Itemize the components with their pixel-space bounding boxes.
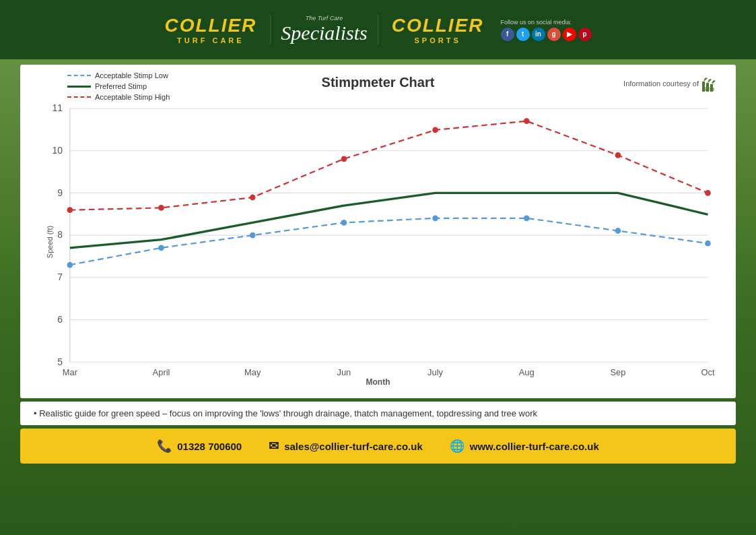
svg-text:Mar: Mar — [63, 367, 78, 377]
y-axis-label: Speed (ft) — [46, 226, 54, 258]
dot-high-april — [158, 205, 164, 211]
dot-high-aug — [524, 118, 530, 124]
svg-text:7: 7 — [57, 272, 63, 282]
collier-turf-care-logo: COLLIER TURF CARE — [164, 15, 256, 44]
dot-low-jun — [341, 220, 347, 226]
footer-website[interactable]: 🌐 www.collier-turf-care.co.uk — [450, 439, 599, 453]
collier-turf-label: COLLIER — [164, 15, 256, 36]
svg-text:8: 8 — [57, 229, 63, 240]
svg-text:5: 5 — [57, 356, 63, 367]
x-axis-label: Month — [366, 377, 390, 387]
phone-number: 01328 700600 — [177, 441, 242, 452]
footer-phone[interactable]: 📞 01328 700600 — [157, 439, 242, 453]
facebook-icon[interactable]: f — [501, 28, 514, 41]
dot-low-mar — [67, 262, 73, 268]
turf-care-small: The Turf Care — [306, 15, 343, 22]
dot-low-oct — [705, 241, 711, 247]
dot-high-may — [250, 195, 256, 201]
collier-sports-logo: COLLIER SPORTS — [392, 15, 484, 44]
dot-low-april — [158, 245, 164, 251]
turf-care-sublabel: TURF CARE — [177, 36, 244, 44]
website-url: www.collier-turf-care.co.uk — [470, 441, 599, 452]
acceptable-high-line — [70, 121, 708, 210]
sports-sublabel: SPORTS — [414, 36, 460, 44]
svg-text:10: 10 — [53, 145, 63, 156]
svg-text:Aug: Aug — [519, 367, 535, 377]
dot-high-mar — [67, 207, 73, 213]
specialists-logo: The Turf Care Specialists — [270, 15, 378, 44]
social-icons: f t in g ▶ p — [501, 28, 592, 41]
email-icon: ✉ — [269, 439, 279, 453]
dot-high-jun — [341, 156, 347, 162]
legend-item-preferred: Preferred Stimp — [67, 82, 170, 90]
svg-text:STRI: STRI — [703, 87, 714, 92]
svg-text:9: 9 — [57, 187, 63, 198]
svg-text:July: July — [427, 367, 443, 377]
dot-high-oct — [705, 190, 711, 196]
pinterest-icon[interactable]: p — [578, 28, 592, 41]
svg-text:6: 6 — [57, 314, 63, 325]
dot-high-july — [432, 127, 438, 133]
twitter-icon[interactable]: t — [516, 28, 530, 41]
legend-line-blue — [67, 75, 91, 76]
acceptable-low-line — [70, 218, 708, 265]
phone-icon: 📞 — [157, 439, 172, 453]
specialists-label: Specialists — [281, 22, 367, 44]
dot-low-sep — [615, 228, 621, 234]
chart-card: Stimpmeter Chart Information courtesy of… — [20, 65, 736, 398]
courtesy-text: Information courtesy of — [623, 80, 699, 88]
footer-email[interactable]: ✉ sales@collier-turf-care.co.uk — [269, 439, 423, 453]
legend-label-preferred: Preferred Stimp — [95, 82, 147, 90]
collier-sports-label: COLLIER — [392, 15, 484, 36]
legend-item-low: Acceptable Stimp Low — [67, 71, 170, 80]
svg-text:Sep: Sep — [610, 367, 625, 377]
svg-text:April: April — [153, 367, 170, 377]
email-address: sales@collier-turf-care.co.uk — [284, 441, 423, 452]
bullet-text: • Realistic guide for green speed – focu… — [34, 408, 537, 418]
linkedin-icon[interactable]: in — [532, 28, 545, 41]
social-section: Follow us on social media: f t in g ▶ p — [501, 19, 592, 41]
info-courtesy: Information courtesy of STRI — [623, 75, 722, 92]
header: COLLIER TURF CARE The Turf Care Speciali… — [0, 0, 756, 59]
dot-low-july — [432, 215, 438, 221]
youtube-icon[interactable]: ▶ — [563, 28, 576, 41]
stri-logo: STRI — [702, 75, 722, 92]
footer: 📞 01328 700600 ✉ sales@collier-turf-care… — [20, 429, 736, 464]
svg-text:Oct: Oct — [701, 367, 714, 377]
dot-high-sep — [615, 152, 621, 158]
svg-text:Jun: Jun — [337, 367, 351, 377]
bullet-section: • Realistic guide for green speed – focu… — [20, 402, 736, 425]
svg-text:May: May — [244, 367, 261, 377]
follow-label: Follow us on social media: — [501, 19, 572, 26]
dot-low-may — [250, 232, 256, 239]
globe-icon: 🌐 — [450, 439, 465, 453]
legend-label-low: Acceptable Stimp Low — [95, 71, 168, 80]
chart-svg: 11 10 9 8 7 6 5 Mar April May Jun July A… — [34, 94, 722, 390]
dot-low-aug — [524, 215, 530, 221]
chart-container: Speed (ft) 11 10 9 8 7 6 5 — [34, 94, 722, 390]
svg-text:11: 11 — [53, 102, 63, 113]
googleplus-icon[interactable]: g — [547, 28, 561, 41]
legend-line-green — [67, 86, 91, 88]
header-inner: COLLIER TURF CARE The Turf Care Speciali… — [151, 9, 605, 50]
